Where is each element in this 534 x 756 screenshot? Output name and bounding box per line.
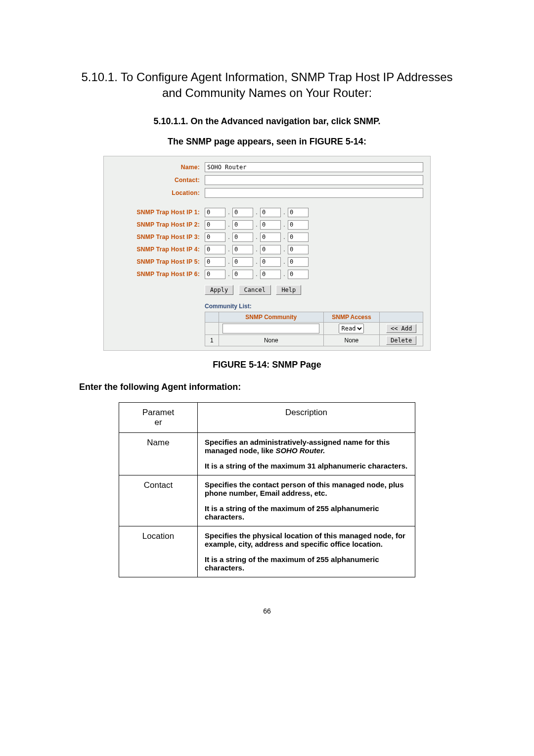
desc-contact: Specifies the contact person of this man… xyxy=(198,475,415,526)
trap3-octet3[interactable] xyxy=(260,233,281,242)
description-table: Parameter Description Name Specifies an … xyxy=(119,402,415,577)
name-input[interactable] xyxy=(205,162,423,172)
community-num-header xyxy=(205,312,219,322)
trap5-octet3[interactable] xyxy=(260,257,281,267)
trap5-octet2[interactable] xyxy=(232,257,253,267)
contact-input[interactable] xyxy=(205,175,423,185)
param-contact: Contact xyxy=(119,475,198,526)
desc-location: Specifies the physical location of this … xyxy=(198,526,415,577)
dot-icon: . xyxy=(253,221,260,228)
trap4-label: SNMP Trap Host IP 4: xyxy=(111,246,205,253)
dot-icon: . xyxy=(281,246,288,253)
trap4-octet2[interactable] xyxy=(232,245,253,254)
desc-header: Description xyxy=(198,402,415,432)
access-select[interactable]: Read xyxy=(339,324,364,333)
dot-icon: . xyxy=(225,246,232,253)
location-input[interactable] xyxy=(205,188,423,198)
trap3-octet2[interactable] xyxy=(232,233,253,242)
dot-icon: . xyxy=(253,234,260,240)
trap6-label: SNMP Trap Host IP 6: xyxy=(111,271,205,278)
community-row-access: None xyxy=(323,334,380,346)
trap5-octet1[interactable] xyxy=(205,257,225,267)
trap4-octet3[interactable] xyxy=(260,245,281,254)
trap4-octet1[interactable] xyxy=(205,245,225,254)
section-heading: 5.10.1. To Configure Agent Information, … xyxy=(79,69,455,101)
apply-button[interactable]: Apply xyxy=(205,285,233,295)
trap1-label: SNMP Trap Host IP 1: xyxy=(111,209,205,216)
dot-icon: . xyxy=(225,271,232,278)
dot-icon: . xyxy=(281,221,288,228)
enter-info-heading: Enter the following Agent information: xyxy=(79,382,470,392)
dot-icon: . xyxy=(253,209,260,216)
desc-name: Specifies an administratively-assigned n… xyxy=(198,432,415,475)
dot-icon: . xyxy=(281,209,288,216)
trap1-octet1[interactable] xyxy=(205,208,225,217)
dot-icon: . xyxy=(253,246,260,253)
trap3-octet1[interactable] xyxy=(205,233,225,242)
trap2-label: SNMP Trap Host IP 2: xyxy=(111,221,205,228)
delete-button[interactable]: Delete xyxy=(386,336,416,345)
trap3-label: SNMP Trap Host IP 3: xyxy=(111,234,205,240)
dot-icon: . xyxy=(225,234,232,240)
help-button[interactable]: Help xyxy=(276,285,301,295)
trap1-octet3[interactable] xyxy=(260,208,281,217)
name-label: Name: xyxy=(111,164,205,171)
dot-icon: . xyxy=(225,209,232,216)
document-page: 5.10.1. To Configure Agent Information, … xyxy=(64,0,470,645)
community-list-title: Community List: xyxy=(205,303,423,310)
param-location: Location xyxy=(119,526,198,577)
action-header xyxy=(380,312,423,322)
cancel-button[interactable]: Cancel xyxy=(239,285,271,295)
location-label: Location: xyxy=(111,189,205,196)
trap6-octet4[interactable] xyxy=(288,270,309,279)
community-row-num: 1 xyxy=(205,334,219,346)
trap1-octet4[interactable] xyxy=(288,208,309,217)
dot-icon: . xyxy=(281,271,288,278)
trap2-octet2[interactable] xyxy=(232,220,253,230)
dot-icon: . xyxy=(225,221,232,228)
result-heading: The SNMP page appears, seen in FIGURE 5-… xyxy=(64,137,470,147)
trap3-octet4[interactable] xyxy=(288,233,309,242)
community-table: SNMP Community SNMP Access Read << Add xyxy=(205,312,423,346)
snmp-page-screenshot: Name: Contact: Location: SNMP Trap Host … xyxy=(103,156,431,351)
trap5-label: SNMP Trap Host IP 5: xyxy=(111,258,205,265)
community-input[interactable] xyxy=(222,324,319,333)
page-number: 66 xyxy=(64,607,470,615)
dot-icon: . xyxy=(253,271,260,278)
trap4-octet4[interactable] xyxy=(288,245,309,254)
dot-icon: . xyxy=(225,258,232,265)
trap6-octet1[interactable] xyxy=(205,270,225,279)
trap6-octet3[interactable] xyxy=(260,270,281,279)
add-button[interactable]: << Add xyxy=(386,324,416,333)
trap2-octet3[interactable] xyxy=(260,220,281,230)
trap1-octet2[interactable] xyxy=(232,208,253,217)
trap2-octet1[interactable] xyxy=(205,220,225,230)
trap6-octet2[interactable] xyxy=(232,270,253,279)
trap5-octet4[interactable] xyxy=(288,257,309,267)
community-header: SNMP Community xyxy=(219,312,323,322)
step-heading: 5.10.1.1. On the Advanced navigation bar… xyxy=(64,116,470,127)
figure-caption: FIGURE 5-14: SNMP Page xyxy=(64,360,470,370)
access-header: SNMP Access xyxy=(323,312,380,322)
dot-icon: . xyxy=(253,258,260,265)
param-name: Name xyxy=(119,432,198,475)
community-row-name: None xyxy=(219,334,323,346)
dot-icon: . xyxy=(281,258,288,265)
param-header: Parameter xyxy=(119,402,198,432)
dot-icon: . xyxy=(281,234,288,240)
contact-label: Contact: xyxy=(111,177,205,184)
trap2-octet4[interactable] xyxy=(288,220,309,230)
